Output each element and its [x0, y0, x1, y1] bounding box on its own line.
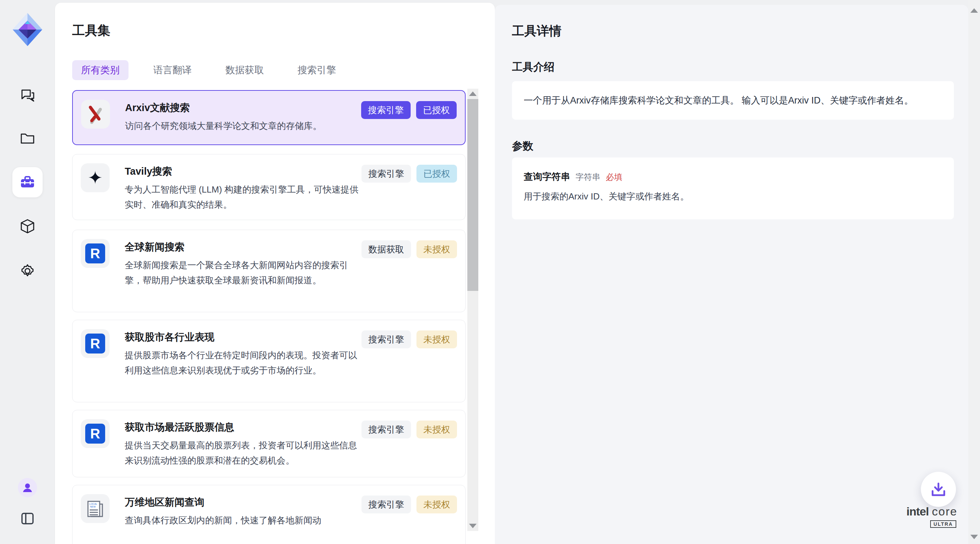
tool-card-arxiv[interactable]: Arxiv文献搜索 访问各个研究领域大量科学论文和文章的存储库。 搜索引擎 已授…	[72, 90, 466, 145]
tool-badges: 搜索引擎 已授权	[361, 101, 457, 119]
category-badge: 搜索引擎	[361, 101, 410, 119]
tool-text: 万维地区新闻查询 查询具体行政区划内的新闻，快速了解各地新闻动	[125, 494, 321, 544]
r-logo-letter: R	[85, 424, 105, 443]
tool-name: 万维地区新闻查询	[125, 496, 321, 509]
r-logo-icon: R	[81, 419, 110, 448]
tool-description: 提供股票市场各个行业在特定时间段内的表现。投资者可以利用这些信息来识别表现优于或…	[125, 348, 361, 378]
intel-word: intel	[907, 505, 929, 518]
scroll-up-icon[interactable]	[469, 91, 477, 96]
scroll-down-icon[interactable]	[469, 524, 477, 528]
auth-badge: 未授权	[417, 496, 457, 514]
tool-text: 获取市场最活跃股票信息 提供当天交易量最高的股票列表，投资者可以利用这些信息来识…	[125, 419, 361, 477]
folder-icon[interactable]	[17, 128, 38, 148]
tool-detail-panel: 工具详情 工具介绍 一个用于从Arxiv存储库搜索科学论文和文章的工具。 输入可…	[495, 5, 968, 544]
tool-description: 提供当天交易量最高的股票列表，投资者可以利用这些信息来识别流动性强的股票和潜在的…	[125, 438, 361, 468]
category-badge: 搜索引擎	[361, 165, 411, 183]
intel-core-logo: intel core ULTRA	[904, 505, 959, 528]
tool-name: 全球新闻搜索	[125, 240, 361, 254]
tool-text: Arxiv文献搜索 访问各个研究领域大量科学论文和文章的存储库。	[125, 100, 321, 144]
param-name: 查询字符串	[524, 171, 570, 183]
tool-text: 获取股市各行业表现 提供股票市场各个行业在特定时间段内的表现。投资者可以利用这些…	[125, 329, 361, 402]
tool-text: 全球新闻搜索 全球新闻搜索是一个聚合全球各大新闻网站内容的搜索引擎，帮助用户快速…	[125, 239, 361, 312]
r-logo-icon: R	[81, 329, 110, 358]
tool-name: 获取股市各行业表现	[125, 330, 361, 344]
page-title: 工具集	[72, 22, 110, 39]
toolbox-icon[interactable]	[13, 167, 43, 197]
app-window: 工具集 所有类别 语言翻译 数据获取 搜索引擎 Arxiv文献搜索 访问各个研究…	[0, 0, 980, 544]
svg-text:LOCAL: LOCAL	[89, 503, 97, 505]
tool-description: 查询具体行政区划内的新闻，快速了解各地新闻动	[125, 513, 321, 528]
page-scroll-down-icon[interactable]	[970, 535, 978, 539]
news-doc-icon: LOCAL NEW	[81, 494, 110, 523]
category-badge: 搜索引擎	[361, 421, 411, 439]
tool-card-tavily[interactable]: ✦ Tavily搜索 专为人工智能代理 (LLM) 构建的搜索引擎工具，可快速提…	[72, 154, 466, 220]
param-description: 用于搜索的Arxiv ID、关键字或作者姓名。	[524, 190, 942, 203]
tab-data-fetch[interactable]: 数据获取	[216, 60, 273, 80]
auth-badge: 未授权	[417, 421, 457, 439]
intro-text: 一个用于从Arxiv存储库搜索科学论文和文章的工具。 输入可以是Arxiv ID…	[524, 94, 913, 107]
auth-badge: 未授权	[417, 240, 457, 258]
params-heading: 参数	[512, 139, 533, 153]
detail-title: 工具详情	[512, 23, 562, 40]
tool-list-scrollbar[interactable]	[467, 89, 478, 531]
gear-icon[interactable]	[17, 261, 38, 281]
left-rail	[0, 0, 55, 544]
tool-card-active-stocks[interactable]: R 获取市场最活跃股票信息 提供当天交易量最高的股票列表，投资者可以利用这些信息…	[72, 410, 466, 477]
category-badge: 搜索引擎	[361, 496, 411, 514]
param-type: 字符串	[576, 172, 600, 183]
page-scroll-up-icon[interactable]	[970, 8, 978, 13]
tool-card-global-news[interactable]: R 全球新闻搜索 全球新闻搜索是一个聚合全球各大新闻网站内容的搜索引擎，帮助用户…	[72, 230, 466, 312]
auth-badge: 未授权	[417, 330, 457, 348]
svg-text:NEW: NEW	[90, 506, 96, 508]
ultra-badge: ULTRA	[930, 520, 956, 528]
tool-badges: 数据获取 未授权	[361, 240, 457, 258]
r-logo-letter: R	[85, 333, 105, 354]
intel-core-text: intel core	[904, 505, 959, 518]
tool-badges: 搜索引擎 未授权	[361, 496, 457, 514]
download-button[interactable]	[921, 472, 956, 507]
avatar-icon[interactable]	[18, 478, 37, 497]
param-card: 查询字符串 字符串 必填 用于搜索的Arxiv ID、关键字或作者姓名。	[512, 158, 954, 219]
tool-description: 访问各个研究领域大量科学论文和文章的存储库。	[125, 118, 321, 133]
tool-description: 全球新闻搜索是一个聚合全球各大新闻网站内容的搜索引擎，帮助用户快速获取全球最新资…	[125, 258, 361, 288]
app-logo-icon	[11, 12, 44, 48]
param-required-label: 必填	[606, 172, 622, 183]
tool-name: 获取市场最活跃股票信息	[125, 421, 361, 434]
param-row: 查询字符串 字符串 必填	[524, 171, 942, 183]
page-scrollbar[interactable]	[968, 0, 980, 544]
tool-card-regional-news[interactable]: LOCAL NEW 万维地区新闻查询 查询具体行政区划内的新闻，快速了解各地新闻…	[72, 485, 466, 544]
arxiv-x-icon	[81, 100, 110, 129]
tool-card-stock-sectors[interactable]: R 获取股市各行业表现 提供股票市场各个行业在特定时间段内的表现。投资者可以利用…	[72, 320, 466, 402]
intro-heading: 工具介绍	[512, 60, 555, 74]
tool-name: Arxiv文献搜索	[125, 101, 321, 115]
tool-badges: 搜索引擎 未授权	[361, 330, 457, 348]
category-badge: 搜索引擎	[361, 330, 411, 348]
core-word: core	[932, 505, 957, 518]
chat-icon[interactable]	[17, 85, 38, 106]
tool-description: 专为人工智能代理 (LLM) 构建的搜索引擎工具，可快速提供实时、准确和真实的结…	[125, 182, 361, 212]
category-tabs: 所有类别 语言翻译 数据获取 搜索引擎	[72, 61, 345, 80]
tab-all-categories[interactable]: 所有类别	[72, 60, 129, 80]
tab-translation[interactable]: 语言翻译	[144, 60, 200, 80]
tool-text: Tavily搜索 专为人工智能代理 (LLM) 构建的搜索引擎工具，可快速提供实…	[125, 163, 361, 220]
tool-badges: 搜索引擎 未授权	[361, 421, 457, 439]
auth-badge: 已授权	[416, 101, 457, 119]
category-badge: 数据获取	[361, 240, 411, 258]
auth-badge: 已授权	[417, 165, 457, 183]
tool-badges: 搜索引擎 已授权	[361, 165, 457, 183]
scrollbar-thumb[interactable]	[467, 99, 478, 291]
r-logo-letter: R	[85, 244, 105, 263]
r-logo-icon: R	[81, 239, 110, 268]
tool-name: Tavily搜索	[125, 165, 361, 179]
sparkle-icon: ✦	[81, 163, 110, 192]
intro-card: 一个用于从Arxiv存储库搜索科学论文和文章的工具。 输入可以是Arxiv ID…	[512, 81, 954, 120]
tab-search-engine[interactable]: 搜索引擎	[289, 60, 345, 80]
panel-toggle-icon[interactable]	[17, 508, 38, 529]
cube-icon[interactable]	[17, 216, 38, 236]
tools-panel: 工具集 所有类别 语言翻译 数据获取 搜索引擎 Arxiv文献搜索 访问各个研究…	[55, 3, 495, 544]
